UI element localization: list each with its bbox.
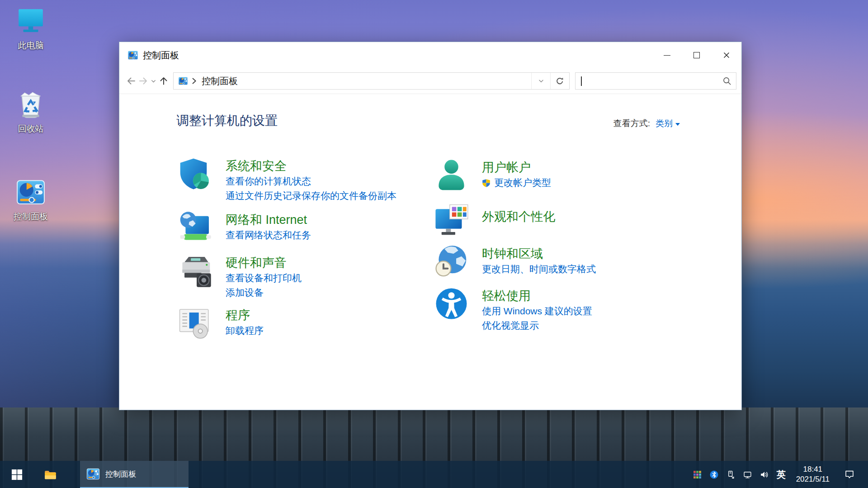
- up-button[interactable]: [157, 74, 170, 88]
- search-input[interactable]: [582, 74, 723, 88]
- control-panel-window: 控制面板 控制面板: [119, 42, 742, 410]
- chevron-down-icon: [675, 123, 680, 126]
- category-link[interactable]: 查看网络状态和任务: [226, 228, 311, 242]
- category-link[interactable]: 卸载程序: [226, 323, 264, 338]
- close-icon: [723, 52, 730, 59]
- clock-time: 18:41: [796, 464, 830, 474]
- breadcrumb-chevron-icon: [189, 76, 199, 86]
- forward-arrow-icon: [138, 76, 149, 86]
- category-link[interactable]: 更改日期、时间或数字格式: [482, 262, 596, 276]
- category-programs: 程序 卸载程序: [178, 306, 431, 340]
- tray-app-button[interactable]: [693, 470, 702, 479]
- windows-logo-icon: [11, 469, 23, 481]
- file-explorer-button[interactable]: [33, 461, 67, 488]
- search-magnifier-icon: [722, 76, 731, 85]
- maximize-button[interactable]: [682, 42, 712, 68]
- breadcrumb-segment[interactable]: 控制面板: [200, 75, 240, 87]
- taskbar: 控制面板 英 18:41 2021/5/11: [0, 461, 868, 488]
- category-column-right: 用户帐户 更改帐户类型 外观和个性化: [434, 158, 706, 333]
- action-center-icon: [844, 469, 854, 479]
- category-title[interactable]: 硬件和声音: [226, 255, 302, 271]
- network-button[interactable]: [743, 470, 752, 479]
- category-ease-of-access: 轻松使用 使用 Windows 建议的设置 优化视觉显示: [434, 287, 706, 333]
- control-panel-icon: [178, 76, 188, 86]
- volume-button[interactable]: [760, 470, 769, 479]
- action-center-button[interactable]: [840, 469, 862, 479]
- desktop-icon-recycle-bin[interactable]: 回收站: [6, 90, 55, 135]
- recycle-bin-icon: [16, 90, 46, 119]
- address-dropdown-button[interactable]: [531, 73, 550, 89]
- category-column-left: 系统和安全 查看你的计算机状态 通过文件历史记录保存你的文件备份副本 网络和 I…: [178, 157, 431, 340]
- category-network-internet: 网络和 Internet 查看网络状态和任务: [178, 211, 431, 245]
- category-link[interactable]: 通过文件历史记录保存你的文件备份副本: [226, 189, 396, 203]
- monitor-globe-icon: [178, 211, 212, 245]
- category-user-accounts: 用户帐户 更改帐户类型: [434, 158, 706, 192]
- usb-device-button[interactable]: [726, 470, 736, 479]
- desktop-icon-label: 回收站: [18, 123, 44, 135]
- category-hardware-sound: 硬件和声音 查看设备和打印机 添加设备: [178, 254, 431, 300]
- minimize-button[interactable]: [652, 42, 682, 68]
- titlebar[interactable]: 控制面板: [119, 42, 741, 68]
- close-button[interactable]: [712, 42, 741, 68]
- view-by-value: 类别: [656, 118, 673, 129]
- category-link[interactable]: 优化视觉显示: [482, 318, 592, 333]
- language-indicator[interactable]: 英: [777, 469, 786, 481]
- up-arrow-icon: [158, 76, 169, 86]
- desktop-icon-label: 控制面板: [14, 211, 48, 223]
- recent-pages-button[interactable]: [149, 74, 157, 88]
- address-bar[interactable]: 控制面板: [173, 72, 570, 90]
- desktop-icon-this-pc[interactable]: 此电脑: [6, 6, 55, 52]
- chevron-down-icon: [150, 78, 157, 85]
- category-link[interactable]: 添加设备: [226, 285, 302, 300]
- category-title[interactable]: 外观和个性化: [482, 204, 555, 225]
- navigation-bar: 控制面板: [119, 68, 741, 94]
- view-by-label: 查看方式:: [613, 118, 650, 129]
- system-tray: 英 18:41 2021/5/11: [693, 461, 868, 488]
- category-title[interactable]: 系统和安全: [226, 158, 396, 174]
- view-by-control: 查看方式: 类别: [613, 118, 680, 129]
- category-title[interactable]: 用户帐户: [482, 159, 551, 175]
- category-link[interactable]: 更改帐户类型: [482, 175, 551, 190]
- category-appearance-personalization: 外观和个性化: [434, 203, 706, 237]
- app-grid-icon: [693, 470, 702, 479]
- category-title[interactable]: 程序: [226, 307, 264, 323]
- category-clock-region: 时钟和区域 更改日期、时间或数字格式: [434, 245, 706, 279]
- programs-disc-icon: [178, 306, 212, 340]
- clock[interactable]: 18:41 2021/5/11: [793, 464, 832, 484]
- start-button[interactable]: [0, 461, 33, 488]
- accessibility-circle-icon: [434, 287, 468, 321]
- search-box[interactable]: [575, 72, 736, 90]
- this-pc-icon: [16, 6, 46, 36]
- usb-device-icon: [726, 470, 735, 479]
- control-panel-icon: [86, 467, 100, 481]
- desktop-icon-label: 此电脑: [18, 40, 44, 52]
- back-arrow-icon: [126, 76, 137, 86]
- view-by-dropdown[interactable]: 类别: [656, 118, 680, 129]
- refresh-button[interactable]: [550, 73, 569, 89]
- category-title[interactable]: 网络和 Internet: [226, 212, 311, 228]
- category-link[interactable]: 使用 Windows 建议的设置: [482, 304, 592, 318]
- maximize-icon: [693, 52, 700, 58]
- forward-button[interactable]: [137, 74, 149, 88]
- monitor-palette-icon: [434, 203, 468, 237]
- bluetooth-icon: [710, 470, 718, 479]
- category-link[interactable]: 查看设备和打印机: [226, 271, 302, 285]
- category-title[interactable]: 轻松使用: [482, 288, 592, 304]
- category-link[interactable]: 查看你的计算机状态: [226, 174, 396, 189]
- minimize-icon: [664, 55, 670, 56]
- user-silhouette-icon: [434, 158, 468, 192]
- globe-clock-icon: [434, 245, 468, 279]
- network-icon: [743, 470, 752, 479]
- control-panel-content: 调整计算机的设置 查看方式: 类别 系统和安全 查看你的计算机状态 通过文件历史…: [119, 94, 741, 410]
- window-title: 控制面板: [143, 49, 179, 62]
- breadcrumb[interactable]: 控制面板: [174, 73, 242, 89]
- category-title[interactable]: 时钟和区域: [482, 246, 596, 262]
- chevron-down-icon: [538, 77, 545, 85]
- desktop-icon-control-panel[interactable]: 控制面板: [6, 177, 55, 223]
- shield-pie-icon: [178, 157, 212, 191]
- back-button[interactable]: [125, 74, 137, 88]
- bluetooth-button[interactable]: [710, 470, 719, 479]
- speaker-icon: [760, 470, 769, 479]
- desktop: 此电脑 回收站 控制面板 控制面板: [0, 0, 868, 488]
- taskbar-app-control-panel[interactable]: 控制面板: [80, 461, 189, 488]
